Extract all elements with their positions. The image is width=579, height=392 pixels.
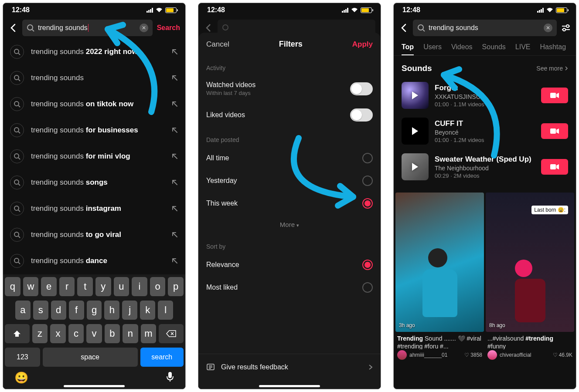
- keyboard-search-key[interactable]: search: [140, 348, 184, 367]
- key-v[interactable]: v: [86, 324, 102, 343]
- yesterday-row[interactable]: Yesterday: [198, 169, 381, 192]
- most-liked-radio[interactable]: [362, 282, 373, 293]
- this-week-row[interactable]: This week: [198, 192, 381, 215]
- suggestion-row[interactable]: trending sounds for mini vlog: [3, 143, 185, 169]
- record-button[interactable]: [541, 123, 568, 139]
- key-o[interactable]: o: [150, 277, 166, 296]
- tab-top[interactable]: Top: [402, 43, 414, 55]
- suggestion-row[interactable]: trending sounds to go viral: [3, 222, 185, 248]
- search-input[interactable]: trending sounds ✕: [22, 20, 153, 36]
- tab-users[interactable]: Users: [423, 43, 442, 55]
- fill-arrow-icon[interactable]: [171, 257, 178, 264]
- fill-arrow-icon[interactable]: [171, 231, 178, 238]
- fill-arrow-icon[interactable]: [171, 179, 178, 186]
- yesterday-radio[interactable]: [362, 176, 373, 186]
- emoji-key[interactable]: 😀: [14, 371, 28, 385]
- filters-button[interactable]: [561, 24, 571, 32]
- tab-hashtag[interactable]: Hashtag: [540, 43, 566, 55]
- suggestion-row[interactable]: trending sounds instagram: [3, 196, 185, 222]
- key-t[interactable]: t: [77, 277, 93, 296]
- all-time-row[interactable]: All time: [198, 147, 381, 169]
- search-submit[interactable]: Search: [157, 24, 180, 32]
- video-user[interactable]: ahmiiii______01: [409, 352, 447, 358]
- tab-videos[interactable]: Videos: [451, 43, 473, 55]
- sound-thumbnail[interactable]: [402, 118, 429, 145]
- all-time-radio[interactable]: [362, 153, 373, 163]
- key-u[interactable]: u: [114, 277, 129, 296]
- most-liked-row[interactable]: Most liked: [198, 276, 381, 299]
- relevance-radio[interactable]: [362, 260, 373, 270]
- clear-search-button[interactable]: ✕: [140, 24, 148, 32]
- record-button[interactable]: [541, 88, 568, 103]
- key-k[interactable]: k: [140, 301, 155, 320]
- record-button[interactable]: [541, 159, 568, 175]
- fill-arrow-icon[interactable]: [171, 101, 178, 108]
- more-dates[interactable]: More ▾: [198, 215, 381, 234]
- shift-key[interactable]: [5, 324, 30, 343]
- back-button[interactable]: [399, 24, 409, 32]
- key-d[interactable]: d: [51, 301, 66, 320]
- fill-arrow-icon[interactable]: [171, 74, 178, 81]
- relevance-row[interactable]: Relevance: [198, 253, 381, 276]
- watched-toggle[interactable]: [350, 82, 373, 95]
- feedback-row[interactable]: Give results feedback: [198, 354, 381, 389]
- watched-videos-row[interactable]: Watched videos Within last 7 days: [198, 75, 381, 102]
- sound-thumbnail[interactable]: [402, 153, 429, 180]
- video-user[interactable]: chiveraofficial: [500, 352, 531, 358]
- key-f[interactable]: f: [69, 301, 84, 320]
- key-a[interactable]: a: [15, 301, 31, 320]
- clear-search-button[interactable]: ✕: [544, 24, 552, 32]
- key-n[interactable]: n: [123, 324, 138, 343]
- key-y[interactable]: y: [95, 277, 111, 296]
- cancel-button[interactable]: Cancel: [206, 40, 229, 49]
- key-c[interactable]: c: [68, 324, 84, 343]
- key-q[interactable]: q: [5, 277, 20, 296]
- key-s[interactable]: s: [33, 301, 48, 320]
- video-card[interactable]: Last born 😩: 8h ago ...#viralsound #tren…: [486, 193, 574, 361]
- home-indicator[interactable]: [64, 385, 125, 387]
- avatar[interactable]: [487, 350, 497, 360]
- tab-live[interactable]: LIVE: [515, 43, 531, 55]
- key-x[interactable]: x: [50, 324, 65, 343]
- fill-arrow-icon[interactable]: [171, 153, 178, 160]
- tab-sounds[interactable]: Sounds: [482, 43, 506, 55]
- liked-videos-row[interactable]: Liked videos: [198, 102, 381, 128]
- see-more-link[interactable]: See more: [536, 65, 568, 72]
- suggestion-row[interactable]: trending sounds dance: [3, 248, 185, 274]
- key-j[interactable]: j: [122, 301, 137, 320]
- key-i[interactable]: i: [132, 277, 147, 296]
- liked-toggle[interactable]: [350, 108, 373, 122]
- avatar[interactable]: [397, 350, 407, 360]
- key-z[interactable]: z: [32, 324, 48, 343]
- sound-row[interactable]: Forget XXKATUSJINSUX 01:00 · 1.1M videos: [394, 78, 576, 113]
- suggestion-row[interactable]: trending sounds: [3, 65, 185, 91]
- key-b[interactable]: b: [105, 324, 120, 343]
- key-l[interactable]: l: [158, 301, 173, 320]
- video-card[interactable]: 3h ago Trending Sound ....... 🖤 #viral #…: [395, 193, 484, 361]
- numbers-key[interactable]: 123: [5, 348, 40, 367]
- dictation-key[interactable]: [166, 371, 174, 385]
- key-r[interactable]: r: [59, 277, 75, 296]
- backspace-key[interactable]: [159, 324, 184, 343]
- key-p[interactable]: p: [168, 277, 184, 296]
- space-key[interactable]: space: [43, 348, 138, 367]
- key-w[interactable]: w: [23, 277, 39, 296]
- apply-button[interactable]: Apply: [352, 40, 373, 49]
- key-g[interactable]: g: [87, 301, 102, 320]
- this-week-radio[interactable]: [362, 198, 373, 209]
- fill-arrow-icon[interactable]: [171, 205, 178, 212]
- suggestion-row[interactable]: trending sounds songs: [3, 169, 185, 196]
- home-indicator[interactable]: [259, 385, 320, 387]
- fill-arrow-icon[interactable]: [171, 48, 178, 55]
- suggestion-row[interactable]: trending sounds on tiktok now: [3, 91, 185, 117]
- key-e[interactable]: e: [41, 277, 57, 296]
- key-m[interactable]: m: [141, 324, 156, 343]
- sound-thumbnail[interactable]: [402, 82, 429, 109]
- sound-row[interactable]: CUFF IT Beyoncé 01:00 · 1.2M videos: [394, 113, 576, 149]
- suggestion-row[interactable]: trending sounds 2022 right now: [3, 39, 185, 65]
- search-input[interactable]: trending sounds ✕: [413, 20, 557, 36]
- sound-row[interactable]: Sweater Weather (Sped Up) The Neighbourh…: [394, 149, 576, 185]
- suggestion-row[interactable]: trending sounds for businesses: [3, 117, 185, 143]
- fill-arrow-icon[interactable]: [171, 127, 178, 134]
- key-h[interactable]: h: [104, 301, 119, 320]
